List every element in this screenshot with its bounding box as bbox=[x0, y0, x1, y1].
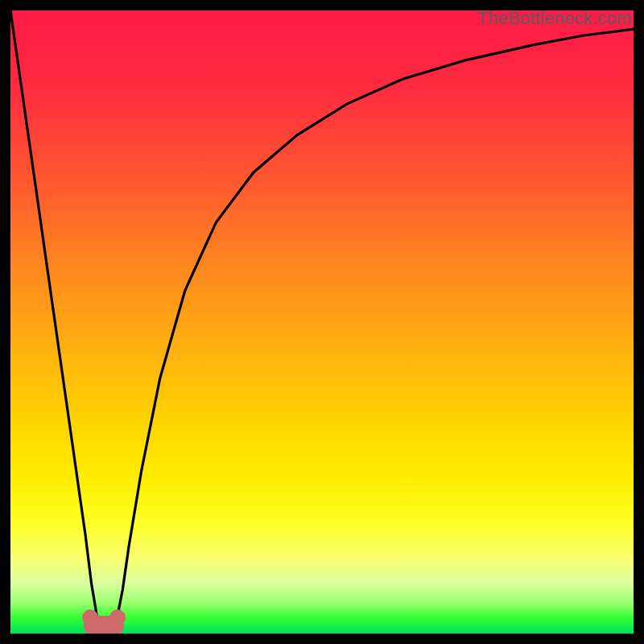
bottleneck-curve-path bbox=[10, 10, 634, 634]
chart-frame: TheBottleneck.com bbox=[0, 0, 644, 644]
plot-area: TheBottleneck.com bbox=[10, 10, 634, 634]
curve-svg bbox=[10, 10, 634, 634]
min-blob bbox=[84, 616, 124, 634]
